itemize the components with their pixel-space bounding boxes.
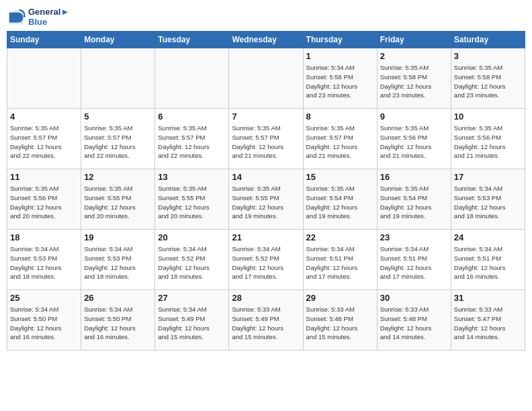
day-number: 10 (454, 111, 522, 122)
day-info: Sunrise: 5:34 AMSunset: 5:51 PMDaylight:… (454, 244, 522, 281)
day-number: 29 (306, 293, 374, 303)
day-number: 5 (84, 111, 152, 122)
day-info: Sunrise: 5:33 AMSunset: 5:48 PMDaylight:… (380, 305, 448, 342)
calendar-cell-w5-d0: 25Sunrise: 5:34 AMSunset: 5:50 PMDayligh… (7, 290, 81, 351)
calendar-cell-w3-d2: 13Sunrise: 5:35 AMSunset: 5:55 PMDayligh… (155, 169, 229, 230)
day-number: 31 (454, 293, 522, 303)
day-info: Sunrise: 5:35 AMSunset: 5:54 PMDaylight:… (306, 184, 374, 221)
day-number: 12 (84, 172, 152, 182)
day-info: Sunrise: 5:34 AMSunset: 5:49 PMDaylight:… (158, 305, 226, 342)
calendar-table: SundayMondayTuesdayWednesdayThursdayFrid… (7, 31, 525, 351)
calendar-cell-w4-d1: 19Sunrise: 5:34 AMSunset: 5:53 PMDayligh… (81, 230, 155, 290)
day-info: Sunrise: 5:34 AMSunset: 5:58 PMDaylight:… (306, 63, 374, 100)
calendar-body: 1Sunrise: 5:34 AMSunset: 5:58 PMDaylight… (7, 48, 525, 351)
day-info: Sunrise: 5:35 AMSunset: 5:57 PMDaylight:… (158, 124, 226, 161)
weekday-sunday: Sunday (7, 32, 81, 48)
weekday-header-row: SundayMondayTuesdayWednesdayThursdayFrid… (7, 32, 525, 48)
calendar-cell-w2-d1: 5Sunrise: 5:35 AMSunset: 5:57 PMDaylight… (81, 109, 155, 169)
day-number: 26 (84, 293, 152, 303)
day-info: Sunrise: 5:34 AMSunset: 5:52 PMDaylight:… (158, 244, 226, 281)
logo-icon (7, 7, 26, 26)
calendar-cell-w5-d2: 27Sunrise: 5:34 AMSunset: 5:49 PMDayligh… (155, 290, 229, 351)
weekday-thursday: Thursday (303, 32, 377, 48)
weekday-friday: Friday (377, 32, 451, 48)
day-info: Sunrise: 5:34 AMSunset: 5:50 PMDaylight:… (84, 305, 152, 342)
day-number: 15 (306, 172, 374, 182)
day-number: 24 (454, 232, 522, 242)
calendar-cell-w5-d3: 28Sunrise: 5:33 AMSunset: 5:49 PMDayligh… (229, 290, 303, 351)
day-number: 17 (454, 172, 522, 182)
logo: General► Blue (7, 7, 69, 27)
page-header: General► Blue (7, 7, 525, 27)
calendar-cell-w1-d4: 1Sunrise: 5:34 AMSunset: 5:58 PMDaylight… (303, 48, 377, 109)
day-number: 20 (158, 232, 226, 242)
calendar-cell-w5-d5: 30Sunrise: 5:33 AMSunset: 5:48 PMDayligh… (377, 290, 451, 351)
day-info: Sunrise: 5:33 AMSunset: 5:49 PMDaylight:… (232, 305, 300, 342)
calendar-cell-w2-d0: 4Sunrise: 5:35 AMSunset: 5:57 PMDaylight… (7, 109, 81, 169)
calendar-cell-w4-d4: 22Sunrise: 5:34 AMSunset: 5:51 PMDayligh… (303, 230, 377, 290)
day-number: 1 (306, 51, 374, 61)
calendar-cell-w2-d2: 6Sunrise: 5:35 AMSunset: 5:57 PMDaylight… (155, 109, 229, 169)
calendar-cell-w2-d5: 9Sunrise: 5:35 AMSunset: 5:56 PMDaylight… (377, 109, 451, 169)
calendar-cell-w4-d2: 20Sunrise: 5:34 AMSunset: 5:52 PMDayligh… (155, 230, 229, 290)
day-info: Sunrise: 5:34 AMSunset: 5:51 PMDaylight:… (380, 244, 448, 281)
day-info: Sunrise: 5:34 AMSunset: 5:52 PMDaylight:… (232, 244, 300, 281)
day-number: 21 (232, 232, 300, 242)
calendar-cell-w3-d0: 11Sunrise: 5:35 AMSunset: 5:56 PMDayligh… (7, 169, 81, 230)
day-number: 7 (232, 111, 300, 122)
logo-text: General► Blue (28, 7, 69, 27)
day-info: Sunrise: 5:35 AMSunset: 5:58 PMDaylight:… (380, 63, 448, 100)
calendar-cell-w3-d1: 12Sunrise: 5:35 AMSunset: 5:55 PMDayligh… (81, 169, 155, 230)
day-info: Sunrise: 5:35 AMSunset: 5:57 PMDaylight:… (306, 124, 374, 161)
calendar-cell-w4-d6: 24Sunrise: 5:34 AMSunset: 5:51 PMDayligh… (451, 230, 525, 290)
calendar-cell-w2-d4: 8Sunrise: 5:35 AMSunset: 5:57 PMDaylight… (303, 109, 377, 169)
weekday-monday: Monday (81, 32, 155, 48)
day-number: 23 (380, 232, 448, 242)
week-row-4: 18Sunrise: 5:34 AMSunset: 5:53 PMDayligh… (7, 230, 525, 290)
day-info: Sunrise: 5:33 AMSunset: 5:48 PMDaylight:… (306, 305, 374, 342)
day-info: Sunrise: 5:35 AMSunset: 5:55 PMDaylight:… (84, 184, 152, 221)
day-info: Sunrise: 5:35 AMSunset: 5:54 PMDaylight:… (380, 184, 448, 221)
day-info: Sunrise: 5:35 AMSunset: 5:56 PMDaylight:… (454, 124, 522, 161)
calendar-cell-w3-d5: 16Sunrise: 5:35 AMSunset: 5:54 PMDayligh… (377, 169, 451, 230)
day-info: Sunrise: 5:34 AMSunset: 5:53 PMDaylight:… (10, 244, 78, 281)
week-row-3: 11Sunrise: 5:35 AMSunset: 5:56 PMDayligh… (7, 169, 525, 230)
calendar-cell-w5-d4: 29Sunrise: 5:33 AMSunset: 5:48 PMDayligh… (303, 290, 377, 351)
day-info: Sunrise: 5:35 AMSunset: 5:55 PMDaylight:… (158, 184, 226, 221)
calendar-cell-w3-d3: 14Sunrise: 5:35 AMSunset: 5:55 PMDayligh… (229, 169, 303, 230)
day-number: 28 (232, 293, 300, 303)
calendar-cell-w1-d2 (155, 48, 229, 109)
day-number: 30 (380, 293, 448, 303)
weekday-wednesday: Wednesday (229, 32, 303, 48)
calendar-cell-w4-d3: 21Sunrise: 5:34 AMSunset: 5:52 PMDayligh… (229, 230, 303, 290)
day-info: Sunrise: 5:33 AMSunset: 5:47 PMDaylight:… (454, 305, 522, 342)
calendar-cell-w3-d6: 17Sunrise: 5:34 AMSunset: 5:53 PMDayligh… (451, 169, 525, 230)
calendar-cell-w5-d1: 26Sunrise: 5:34 AMSunset: 5:50 PMDayligh… (81, 290, 155, 351)
calendar-cell-w4-d0: 18Sunrise: 5:34 AMSunset: 5:53 PMDayligh… (7, 230, 81, 290)
day-number: 18 (10, 232, 78, 242)
day-number: 16 (380, 172, 448, 182)
day-number: 3 (454, 51, 522, 61)
day-number: 8 (306, 111, 374, 122)
day-number: 22 (306, 232, 374, 242)
calendar-header: SundayMondayTuesdayWednesdayThursdayFrid… (7, 32, 525, 48)
calendar-cell-w1-d1 (81, 48, 155, 109)
day-number: 6 (158, 111, 226, 122)
calendar-cell-w3-d4: 15Sunrise: 5:35 AMSunset: 5:54 PMDayligh… (303, 169, 377, 230)
calendar-cell-w4-d5: 23Sunrise: 5:34 AMSunset: 5:51 PMDayligh… (377, 230, 451, 290)
day-number: 11 (10, 172, 78, 182)
calendar-cell-w5-d6: 31Sunrise: 5:33 AMSunset: 5:47 PMDayligh… (451, 290, 525, 351)
day-number: 27 (158, 293, 226, 303)
week-row-2: 4Sunrise: 5:35 AMSunset: 5:57 PMDaylight… (7, 109, 525, 169)
day-info: Sunrise: 5:35 AMSunset: 5:58 PMDaylight:… (454, 63, 522, 100)
day-number: 19 (84, 232, 152, 242)
day-info: Sunrise: 5:35 AMSunset: 5:56 PMDaylight:… (10, 184, 78, 221)
day-info: Sunrise: 5:34 AMSunset: 5:53 PMDaylight:… (454, 184, 522, 221)
day-info: Sunrise: 5:35 AMSunset: 5:55 PMDaylight:… (232, 184, 300, 221)
calendar-cell-w1-d5: 2Sunrise: 5:35 AMSunset: 5:58 PMDaylight… (377, 48, 451, 109)
day-number: 13 (158, 172, 226, 182)
weekday-saturday: Saturday (451, 32, 525, 48)
day-info: Sunrise: 5:34 AMSunset: 5:50 PMDaylight:… (10, 305, 78, 342)
day-number: 9 (380, 111, 448, 122)
day-info: Sunrise: 5:35 AMSunset: 5:57 PMDaylight:… (84, 124, 152, 161)
